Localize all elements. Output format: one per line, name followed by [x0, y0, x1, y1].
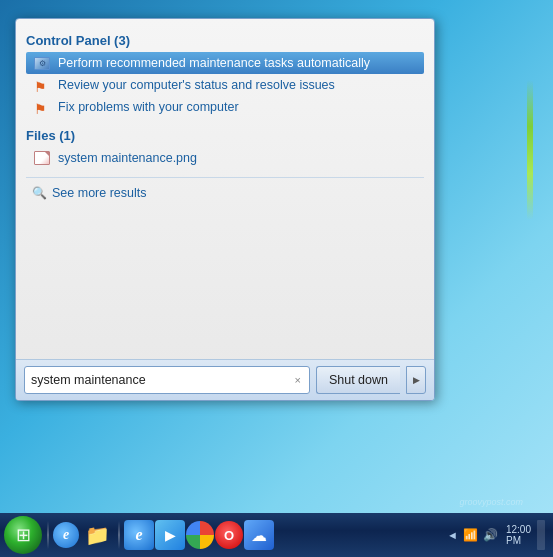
result-item-label: Perform recommended maintenance tasks au…: [58, 56, 370, 70]
files-section-header: Files (1): [26, 128, 424, 143]
result-item-maintenance[interactable]: Perform recommended maintenance tasks au…: [26, 52, 424, 74]
see-more-label: See more results: [52, 186, 146, 200]
shutdown-arrow-button[interactable]: ▶: [406, 366, 426, 394]
taskbar-folder-icon[interactable]: 📁: [80, 518, 114, 552]
shutdown-button[interactable]: Shut down: [316, 366, 400, 394]
control-panel-section-header: Control Panel (3): [26, 33, 424, 48]
flag-icon-2: [32, 99, 52, 115]
taskbar-opera-icon[interactable]: O: [215, 521, 243, 549]
search-box-container: ×: [24, 366, 310, 394]
image-file-icon: [32, 150, 52, 166]
control-panel-icon: [32, 55, 52, 71]
watermark: groovypost.com: [459, 497, 523, 507]
tray-clock[interactable]: 12:00PM: [502, 526, 535, 544]
result-item-file[interactable]: system maintenance.png: [26, 147, 424, 169]
taskbar: ⊞ e 📁 e ▶: [0, 513, 553, 557]
system-tray: ◄ 📶 🔊 12:00PM: [445, 520, 549, 550]
taskbar-ie-icon[interactable]: e: [53, 522, 79, 548]
result-item-fix[interactable]: Fix problems with your computer: [26, 96, 424, 118]
clear-search-button[interactable]: ×: [292, 375, 302, 386]
start-menu: Control Panel (3) Perform recommended ma…: [15, 18, 435, 401]
arrow-icon: ▶: [413, 375, 420, 385]
search-icon: 🔍: [32, 186, 46, 200]
see-more-results[interactable]: 🔍 See more results: [26, 182, 424, 204]
taskbar-divider-2: [118, 521, 120, 549]
show-hidden-icons-button[interactable]: ◄: [445, 529, 460, 541]
show-desktop-button[interactable]: [537, 520, 545, 550]
quick-launch: e 📁 e ▶ O ☁: [44, 518, 274, 552]
desktop: Control Panel (3) Perform recommended ma…: [0, 0, 553, 557]
result-item-status[interactable]: Review your computer's status and resolv…: [26, 74, 424, 96]
taskbar-chrome-icon[interactable]: [186, 521, 214, 549]
taskbar-media-icon[interactable]: ▶: [155, 520, 185, 550]
search-results-panel: Control Panel (3) Perform recommended ma…: [16, 19, 434, 359]
results-divider: [26, 177, 424, 178]
desktop-decoration: [527, 80, 533, 220]
windows-logo-icon: ⊞: [16, 524, 31, 546]
result-item-label: Fix problems with your computer: [58, 100, 239, 114]
taskbar-cloud-icon[interactable]: ☁: [244, 520, 274, 550]
search-input[interactable]: [31, 373, 292, 387]
taskbar-ie-pinned-icon[interactable]: e: [124, 520, 154, 550]
taskbar-divider: [47, 521, 49, 549]
start-button[interactable]: ⊞: [4, 516, 42, 554]
tray-network-icon[interactable]: 📶: [462, 526, 480, 544]
flag-icon-1: [32, 77, 52, 93]
tray-volume-icon[interactable]: 🔊: [482, 526, 500, 544]
result-item-file-label: system maintenance.png: [58, 151, 197, 165]
result-item-label: Review your computer's status and resolv…: [58, 78, 335, 92]
start-menu-bottom-bar: × Shut down ▶: [16, 359, 434, 400]
